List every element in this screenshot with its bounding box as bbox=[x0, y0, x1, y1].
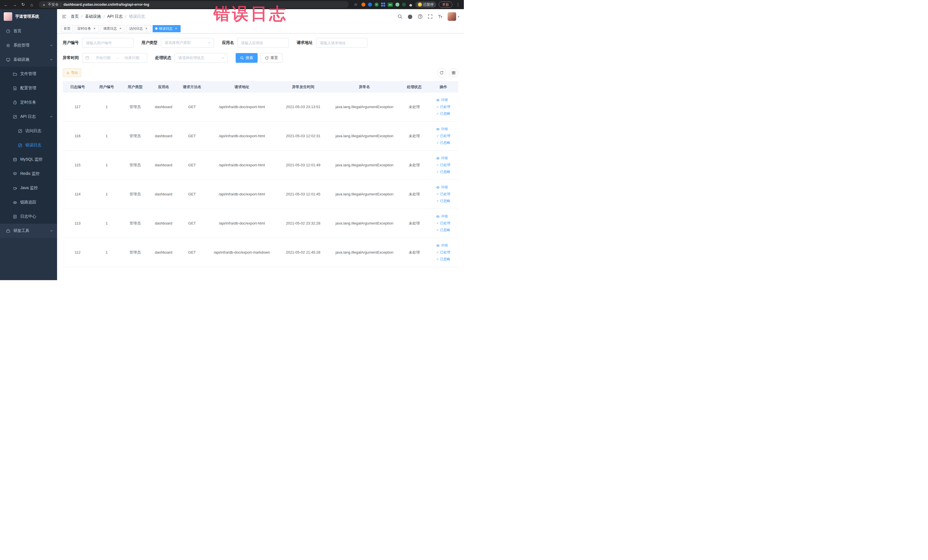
detail-link[interactable]: 详细 bbox=[436, 214, 447, 219]
eye-icon bbox=[12, 200, 17, 204]
address-bar[interactable]: ▲ 不安全 dashboard.yudao.iocoder.cn/infra/l… bbox=[39, 1, 349, 8]
cell-exception-name: java.lang.IllegalArgumentException bbox=[329, 209, 400, 238]
app-name-input[interactable] bbox=[237, 38, 289, 48]
refresh-icon-button[interactable] bbox=[437, 68, 446, 77]
security-label[interactable]: 不安全 bbox=[48, 2, 59, 7]
sidebar-item-java-monitor[interactable]: Java 监控 bbox=[0, 181, 57, 195]
cell-request-url: /api/infra/db-doc/export-html bbox=[206, 151, 277, 180]
check-icon: ✓ bbox=[436, 251, 439, 254]
github-icon[interactable] bbox=[408, 14, 413, 20]
sidebar-item-config-management[interactable]: 配置管理 bbox=[0, 81, 57, 95]
coffee-icon bbox=[12, 186, 17, 190]
mark-ignored-link[interactable]: ✓ 已忽略 bbox=[436, 140, 450, 145]
cell-log-id: 112 bbox=[63, 238, 92, 267]
tab-access-log[interactable]: 访问日志× bbox=[127, 25, 151, 32]
extension-icon-grid[interactable] bbox=[381, 3, 385, 6]
extension-icon-orange[interactable] bbox=[362, 3, 365, 6]
sidebar-item-error-log[interactable]: 错误日志 bbox=[0, 138, 57, 153]
sidebar-item-access-log[interactable]: 访问日志 bbox=[0, 124, 57, 138]
sidebar-item-infra[interactable]: 基础设施 bbox=[0, 52, 57, 67]
url-text[interactable]: dashboard.yudao.iocoder.cn/infra/log/api… bbox=[63, 3, 149, 6]
tab-scheduled-jobs[interactable]: 定时任务× bbox=[75, 25, 99, 32]
extension-on-badge[interactable]: on bbox=[388, 3, 393, 7]
sidebar-item-api-log[interactable]: API 日志 bbox=[0, 110, 57, 124]
extension-icon-blue[interactable] bbox=[368, 3, 372, 6]
detail-link[interactable]: 详细 bbox=[436, 243, 447, 248]
breadcrumb-api-log[interactable]: API 日志 bbox=[107, 14, 123, 19]
close-icon[interactable]: × bbox=[144, 26, 148, 31]
mark-processed-link[interactable]: ✓ 已处理 bbox=[436, 134, 450, 138]
bookmark-star-icon[interactable]: ☆ bbox=[353, 2, 359, 7]
cell-exception-time: 2021-05-03 23:13:51 bbox=[278, 92, 329, 122]
cell-exception-time: 2021-05-02 21:45:28 bbox=[278, 238, 329, 267]
logo[interactable]: 芋道管理系统 bbox=[0, 9, 57, 24]
hamburger-icon[interactable] bbox=[62, 14, 67, 19]
extension-icon-green[interactable]: Y bbox=[375, 3, 379, 6]
reload-icon[interactable]: ↻ bbox=[20, 2, 26, 7]
fullscreen-icon[interactable] bbox=[427, 14, 433, 19]
close-icon[interactable]: × bbox=[174, 26, 178, 31]
puzzle-icon[interactable] bbox=[409, 3, 413, 7]
mark-ignored-link[interactable]: ✓ 已忽略 bbox=[436, 257, 450, 262]
font-size-icon[interactable] bbox=[438, 14, 443, 19]
sidebar-item-redis-monitor[interactable]: Redis 监控 bbox=[0, 166, 57, 181]
mark-ignored-link[interactable]: ✓ 已忽略 bbox=[436, 169, 450, 174]
chevron-down-icon bbox=[50, 44, 53, 47]
user-menu[interactable]: ▾ bbox=[447, 12, 459, 21]
extension-icon-pine[interactable] bbox=[402, 3, 406, 6]
mark-processed-link[interactable]: ✓ 已处理 bbox=[436, 221, 450, 226]
process-status-select[interactable]: 请选择处理状态 bbox=[175, 53, 227, 63]
help-icon[interactable] bbox=[418, 14, 423, 19]
reset-button[interactable]: 重置 bbox=[261, 53, 282, 63]
update-button[interactable]: 更新 bbox=[439, 2, 452, 8]
detail-link[interactable]: 详细 bbox=[436, 185, 447, 190]
tab-home[interactable]: 首页 bbox=[61, 25, 73, 32]
sidebar-item-scheduled-jobs[interactable]: 定时任务 bbox=[0, 95, 57, 110]
sidebar-item-home[interactable]: 首页 bbox=[0, 24, 57, 38]
user-type-select[interactable]: 请选择用户类型 bbox=[161, 38, 214, 48]
mark-ignored-link[interactable]: ✓ 已忽略 bbox=[436, 198, 450, 203]
search-icon[interactable] bbox=[397, 14, 403, 19]
cell-exception-name: java.lang.IllegalArgumentException bbox=[329, 151, 400, 180]
sidebar-item-trace[interactable]: 链路追踪 bbox=[0, 195, 57, 209]
mark-processed-link[interactable]: ✓ 已处理 bbox=[436, 250, 450, 255]
cell-exception-time: 2021-05-03 12:01:49 bbox=[278, 151, 329, 180]
column-settings-icon-button[interactable] bbox=[449, 68, 458, 77]
mark-processed-link[interactable]: ✓ 已处理 bbox=[436, 163, 450, 168]
home-icon[interactable]: ⌂ bbox=[29, 2, 35, 7]
export-button[interactable]: 导出 bbox=[63, 69, 81, 77]
date-range-picker[interactable]: 开始日期 - 结束日期 bbox=[82, 53, 147, 63]
active-dot bbox=[155, 27, 157, 30]
extension-icon-leaf[interactable] bbox=[395, 3, 399, 6]
close-icon[interactable]: × bbox=[118, 26, 122, 31]
detail-link[interactable]: 详细 bbox=[436, 98, 447, 102]
sidebar-item-file-management[interactable]: 文件管理 bbox=[0, 67, 57, 81]
sidebar-item-log-center[interactable]: 日志中心 bbox=[0, 209, 57, 224]
search-button[interactable]: 搜索 bbox=[236, 53, 258, 63]
browser-menu-icon[interactable]: ⋮ bbox=[455, 2, 461, 7]
mark-ignored-link[interactable]: ✓ 已忽略 bbox=[436, 111, 450, 116]
close-icon[interactable]: × bbox=[92, 26, 96, 31]
mark-ignored-link[interactable]: ✓ 已忽略 bbox=[436, 227, 450, 232]
tab-error-log[interactable]: 错误日志× bbox=[153, 25, 180, 32]
header-user-id: 用户编号 bbox=[92, 82, 121, 92]
main-panel: 首页 / 基础设施 / API 日志 / 错误日志 ▾ bbox=[57, 9, 464, 280]
request-url-input[interactable] bbox=[316, 38, 368, 48]
breadcrumb-home[interactable]: 首页 bbox=[71, 14, 79, 19]
divider bbox=[61, 3, 61, 6]
sidebar-item-mysql-monitor[interactable]: MySQL 监控 bbox=[0, 153, 57, 166]
back-icon[interactable]: ← bbox=[3, 2, 9, 7]
cell-log-id: 117 bbox=[63, 92, 92, 122]
detail-link[interactable]: 详细 bbox=[436, 127, 447, 131]
breadcrumb-infra[interactable]: 基础设施 bbox=[85, 14, 101, 19]
forward-icon[interactable]: → bbox=[11, 2, 18, 7]
mark-processed-link[interactable]: ✓ 已处理 bbox=[436, 104, 450, 109]
mark-processed-link[interactable]: ✓ 已处理 bbox=[436, 192, 450, 197]
tab-schedule-log[interactable]: 调度日志× bbox=[101, 25, 125, 32]
top-navbar: 首页 / 基础设施 / API 日志 / 错误日志 ▾ bbox=[57, 9, 464, 24]
user-id-input[interactable] bbox=[82, 38, 133, 48]
detail-link[interactable]: 详细 bbox=[436, 156, 447, 160]
sidebar-item-dev-tools[interactable]: 研发工具 bbox=[0, 224, 57, 238]
paused-profile-button[interactable]: 已暂停 bbox=[415, 2, 436, 8]
sidebar-item-system[interactable]: 系统管理 bbox=[0, 38, 57, 52]
